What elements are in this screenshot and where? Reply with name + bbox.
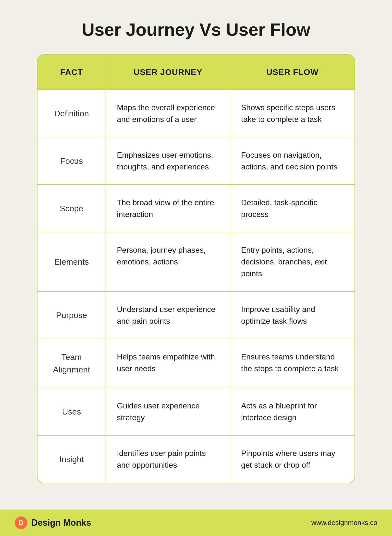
footer-brand: D Design Monks xyxy=(15,516,91,529)
table-row: FocusEmphasizes user emotions, thoughts,… xyxy=(37,137,355,184)
cell-journey-3: Persona, journey phases, emotions, actio… xyxy=(106,232,230,291)
page-title: User Journey Vs User Flow xyxy=(82,0,310,54)
header-journey: USER JOURNEY xyxy=(106,55,230,89)
cell-flow-0: Shows specific steps users take to compl… xyxy=(230,90,355,137)
cell-journey-7: Identifies user pain points and opportun… xyxy=(106,436,230,483)
cell-fact-0: Definition xyxy=(37,90,106,137)
table-row: Team AlignmentHelps teams empathize with… xyxy=(37,339,355,388)
cell-journey-1: Emphasizes user emotions, thoughts, and … xyxy=(106,137,230,184)
cell-fact-6: Uses xyxy=(37,388,106,435)
cell-fact-4: Purpose xyxy=(37,292,106,339)
cell-flow-3: Entry points, actions, decisions, branch… xyxy=(230,232,355,291)
header-fact: FACT xyxy=(37,55,106,89)
comparison-table: FACT USER JOURNEY USER FLOW DefinitionMa… xyxy=(37,54,355,483)
cell-flow-7: Pinpoints where users may get stuck or d… xyxy=(230,436,355,483)
table-row: ElementsPersona, journey phases, emotion… xyxy=(37,232,355,291)
cell-flow-5: Ensures teams understand the steps to co… xyxy=(230,339,355,388)
table-row: PurposeUnderstand user experience and pa… xyxy=(37,291,355,339)
cell-fact-2: Scope xyxy=(37,185,106,232)
cell-fact-3: Elements xyxy=(37,232,106,291)
footer-url: www.designmonks.co xyxy=(311,519,377,527)
table-header: FACT USER JOURNEY USER FLOW xyxy=(37,55,355,89)
footer: D Design Monks www.designmonks.co xyxy=(0,510,392,536)
cell-flow-4: Improve usability and optimize task flow… xyxy=(230,292,355,339)
cell-fact-7: Insight xyxy=(37,436,106,483)
cell-fact-1: Focus xyxy=(37,137,106,184)
cell-flow-1: Focuses on navigation, actions, and deci… xyxy=(230,137,355,184)
table-row: UsesGuides user experience strategyActs … xyxy=(37,388,355,435)
cell-flow-6: Acts as a blueprint for interface design xyxy=(230,388,355,435)
table-body: DefinitionMaps the overall experience an… xyxy=(37,89,355,483)
table-row: DefinitionMaps the overall experience an… xyxy=(37,89,355,137)
cell-journey-6: Guides user experience strategy xyxy=(106,388,230,435)
footer-brand-name: Design Monks xyxy=(31,518,91,528)
table-row: InsightIdentifies user pain points and o… xyxy=(37,435,355,483)
cell-journey-2: The broad view of the entire interaction xyxy=(106,185,230,232)
header-flow: USER FLOW xyxy=(230,55,355,89)
cell-journey-5: Helps teams empathize with user needs xyxy=(106,339,230,388)
table-row: ScopeThe broad view of the entire intera… xyxy=(37,184,355,232)
cell-journey-4: Understand user experience and pain poin… xyxy=(106,292,230,339)
cell-flow-2: Detailed, task-specific process xyxy=(230,185,355,232)
footer-logo: D xyxy=(15,516,27,529)
cell-journey-0: Maps the overall experience and emotions… xyxy=(106,90,230,137)
cell-fact-5: Team Alignment xyxy=(37,339,106,388)
